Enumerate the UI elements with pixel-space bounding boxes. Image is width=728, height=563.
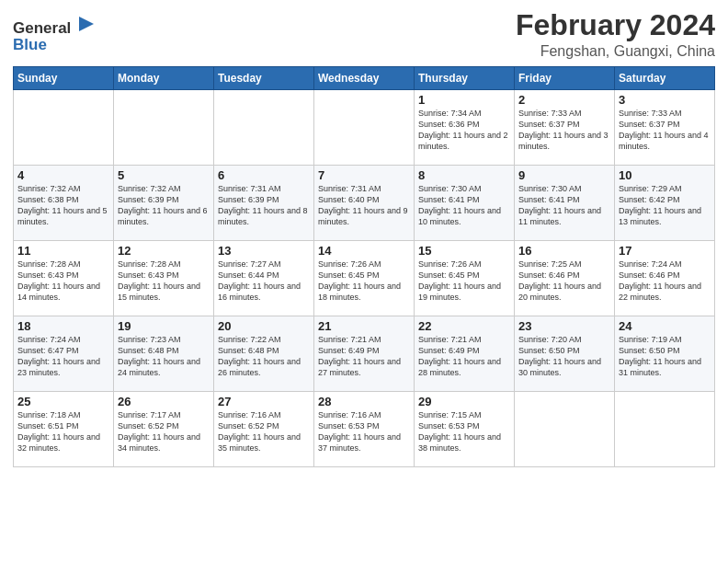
day-info: Sunrise: 7:25 AM Sunset: 6:46 PM Dayligh…	[518, 259, 610, 304]
logo-area: General Blue	[13, 9, 96, 61]
day-info: Sunrise: 7:19 AM Sunset: 6:50 PM Dayligh…	[619, 334, 711, 379]
day-info: Sunrise: 7:23 AM Sunset: 6:48 PM Dayligh…	[118, 334, 210, 379]
calendar-cell: 20Sunrise: 7:22 AM Sunset: 6:48 PM Dayli…	[214, 316, 314, 392]
day-info: Sunrise: 7:30 AM Sunset: 6:41 PM Dayligh…	[518, 183, 610, 228]
calendar-cell: 2Sunrise: 7:33 AM Sunset: 6:37 PM Daylig…	[515, 90, 615, 166]
day-number: 5	[118, 168, 210, 182]
day-number: 8	[418, 168, 510, 182]
day-info: Sunrise: 7:33 AM Sunset: 6:37 PM Dayligh…	[619, 108, 711, 153]
calendar-cell: 19Sunrise: 7:23 AM Sunset: 6:48 PM Dayli…	[114, 316, 214, 392]
calendar-cell: 16Sunrise: 7:25 AM Sunset: 6:46 PM Dayli…	[515, 241, 615, 316]
title-area: February 2024 Fengshan, Guangxi, China	[516, 9, 715, 60]
day-number: 13	[218, 244, 310, 258]
calendar-cell: 21Sunrise: 7:21 AM Sunset: 6:49 PM Dayli…	[314, 316, 415, 392]
calendar-cell: 5Sunrise: 7:32 AM Sunset: 6:39 PM Daylig…	[114, 166, 214, 241]
calendar-cell: 13Sunrise: 7:27 AM Sunset: 6:44 PM Dayli…	[214, 241, 314, 316]
day-info: Sunrise: 7:30 AM Sunset: 6:41 PM Dayligh…	[418, 183, 510, 228]
day-number: 18	[17, 319, 109, 333]
calendar-cell: 26Sunrise: 7:17 AM Sunset: 6:52 PM Dayli…	[114, 392, 214, 467]
day-number: 26	[118, 395, 210, 408]
logo-svg: General Blue	[13, 13, 96, 57]
calendar-cell: 29Sunrise: 7:15 AM Sunset: 6:53 PM Dayli…	[415, 392, 515, 467]
day-info: Sunrise: 7:28 AM Sunset: 6:43 PM Dayligh…	[17, 259, 109, 304]
week-row-4: 25Sunrise: 7:18 AM Sunset: 6:51 PM Dayli…	[14, 392, 715, 467]
day-info: Sunrise: 7:15 AM Sunset: 6:53 PM Dayligh…	[418, 409, 510, 454]
day-info: Sunrise: 7:16 AM Sunset: 6:52 PM Dayligh…	[218, 409, 310, 454]
calendar-cell: 17Sunrise: 7:24 AM Sunset: 6:46 PM Dayli…	[615, 241, 715, 316]
calendar-cell: 10Sunrise: 7:29 AM Sunset: 6:42 PM Dayli…	[615, 166, 715, 241]
day-number: 29	[418, 395, 510, 408]
day-number: 21	[318, 319, 410, 333]
calendar-cell	[114, 90, 214, 166]
calendar-cell	[214, 90, 314, 166]
calendar-cell: 9Sunrise: 7:30 AM Sunset: 6:41 PM Daylig…	[515, 166, 615, 241]
day-number: 1	[418, 93, 510, 107]
week-row-3: 18Sunrise: 7:24 AM Sunset: 6:47 PM Dayli…	[14, 316, 715, 392]
day-number: 11	[17, 244, 109, 258]
month-title: February 2024	[516, 9, 715, 41]
calendar-cell: 27Sunrise: 7:16 AM Sunset: 6:52 PM Dayli…	[214, 392, 314, 467]
day-info: Sunrise: 7:21 AM Sunset: 6:49 PM Dayligh…	[418, 334, 510, 379]
day-info: Sunrise: 7:26 AM Sunset: 6:45 PM Dayligh…	[418, 259, 510, 304]
calendar-cell: 25Sunrise: 7:18 AM Sunset: 6:51 PM Dayli…	[14, 392, 114, 467]
logo: General Blue	[13, 13, 96, 61]
day-number: 12	[118, 244, 210, 258]
week-row-1: 4Sunrise: 7:32 AM Sunset: 6:38 PM Daylig…	[14, 166, 715, 241]
day-number: 6	[218, 168, 310, 182]
day-info: Sunrise: 7:32 AM Sunset: 6:38 PM Dayligh…	[17, 183, 109, 228]
calendar-cell: 24Sunrise: 7:19 AM Sunset: 6:50 PM Dayli…	[615, 316, 715, 392]
header: General Blue February 2024 Fengshan, Gua…	[13, 9, 715, 61]
day-number: 25	[17, 395, 109, 408]
weekday-header-sunday: Sunday	[14, 67, 114, 90]
day-info: Sunrise: 7:21 AM Sunset: 6:49 PM Dayligh…	[318, 334, 410, 379]
calendar-cell	[615, 392, 715, 467]
calendar-cell	[515, 392, 615, 467]
calendar-cell: 14Sunrise: 7:26 AM Sunset: 6:45 PM Dayli…	[314, 241, 415, 316]
svg-text:Blue: Blue	[13, 36, 47, 53]
calendar-cell	[14, 90, 114, 166]
day-number: 3	[619, 93, 711, 107]
day-number: 23	[518, 319, 610, 333]
day-info: Sunrise: 7:34 AM Sunset: 6:36 PM Dayligh…	[418, 108, 510, 153]
weekday-header-thursday: Thursday	[415, 67, 515, 90]
calendar-cell: 18Sunrise: 7:24 AM Sunset: 6:47 PM Dayli…	[14, 316, 114, 392]
day-info: Sunrise: 7:26 AM Sunset: 6:45 PM Dayligh…	[318, 259, 410, 304]
calendar-cell	[314, 90, 415, 166]
day-info: Sunrise: 7:31 AM Sunset: 6:39 PM Dayligh…	[218, 183, 310, 228]
calendar-cell: 6Sunrise: 7:31 AM Sunset: 6:39 PM Daylig…	[214, 166, 314, 241]
day-number: 15	[418, 244, 510, 258]
weekday-header-tuesday: Tuesday	[214, 67, 314, 90]
calendar-cell: 15Sunrise: 7:26 AM Sunset: 6:45 PM Dayli…	[415, 241, 515, 316]
location-title: Fengshan, Guangxi, China	[516, 43, 715, 60]
day-number: 20	[218, 319, 310, 333]
day-info: Sunrise: 7:18 AM Sunset: 6:51 PM Dayligh…	[17, 409, 109, 454]
day-number: 10	[619, 168, 711, 182]
day-number: 27	[218, 395, 310, 408]
calendar-cell: 11Sunrise: 7:28 AM Sunset: 6:43 PM Dayli…	[14, 241, 114, 316]
day-info: Sunrise: 7:29 AM Sunset: 6:42 PM Dayligh…	[619, 183, 711, 228]
calendar-cell: 1Sunrise: 7:34 AM Sunset: 6:36 PM Daylig…	[415, 90, 515, 166]
day-number: 14	[318, 244, 410, 258]
weekday-header-saturday: Saturday	[615, 67, 715, 90]
calendar-cell: 12Sunrise: 7:28 AM Sunset: 6:43 PM Dayli…	[114, 241, 214, 316]
week-row-0: 1Sunrise: 7:34 AM Sunset: 6:36 PM Daylig…	[14, 90, 715, 166]
weekday-header-wednesday: Wednesday	[314, 67, 415, 90]
day-number: 7	[318, 168, 410, 182]
day-number: 9	[518, 168, 610, 182]
day-info: Sunrise: 7:17 AM Sunset: 6:52 PM Dayligh…	[118, 409, 210, 454]
day-info: Sunrise: 7:32 AM Sunset: 6:39 PM Dayligh…	[118, 183, 210, 228]
day-info: Sunrise: 7:24 AM Sunset: 6:46 PM Dayligh…	[619, 259, 711, 304]
day-number: 2	[518, 93, 610, 107]
day-info: Sunrise: 7:20 AM Sunset: 6:50 PM Dayligh…	[518, 334, 610, 379]
day-info: Sunrise: 7:27 AM Sunset: 6:44 PM Dayligh…	[218, 259, 310, 304]
day-number: 4	[17, 168, 109, 182]
weekday-header-row: SundayMondayTuesdayWednesdayThursdayFrid…	[14, 67, 715, 90]
calendar-cell: 28Sunrise: 7:16 AM Sunset: 6:53 PM Dayli…	[314, 392, 415, 467]
day-info: Sunrise: 7:33 AM Sunset: 6:37 PM Dayligh…	[518, 108, 610, 153]
day-info: Sunrise: 7:22 AM Sunset: 6:48 PM Dayligh…	[218, 334, 310, 379]
calendar-cell: 22Sunrise: 7:21 AM Sunset: 6:49 PM Dayli…	[415, 316, 515, 392]
calendar-cell: 3Sunrise: 7:33 AM Sunset: 6:37 PM Daylig…	[615, 90, 715, 166]
day-number: 22	[418, 319, 510, 333]
day-number: 28	[318, 395, 410, 408]
day-info: Sunrise: 7:31 AM Sunset: 6:40 PM Dayligh…	[318, 183, 410, 228]
